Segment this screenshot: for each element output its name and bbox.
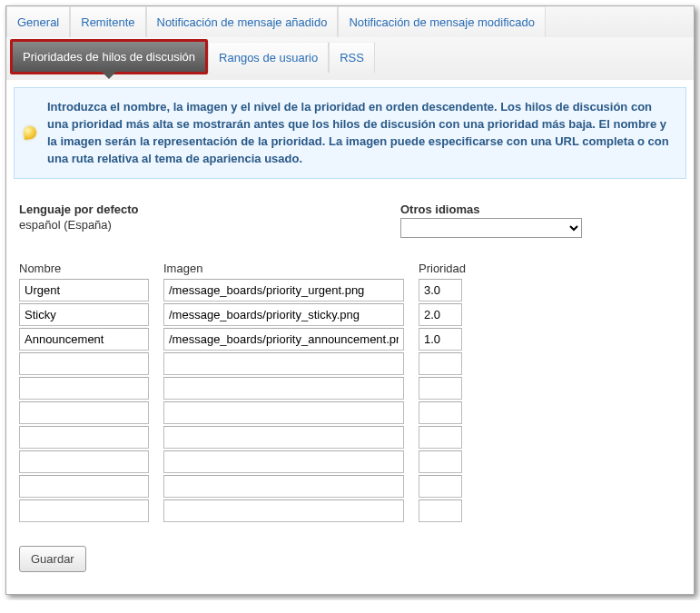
body-area: Lenguaje por defecto español (España) Ot… <box>6 193 694 581</box>
priority-input[interactable] <box>419 377 462 400</box>
priority-input[interactable] <box>419 279 462 302</box>
col-priority-header: Prioridad <box>419 262 466 275</box>
name-input[interactable] <box>19 450 149 473</box>
default-language-value: español (España) <box>19 218 346 232</box>
tab-remitente[interactable]: Remitente <box>70 6 145 37</box>
other-languages-block: Otros idiomas <box>400 203 582 238</box>
default-language-block: Lenguaje por defecto español (España) <box>19 203 346 238</box>
idea-icon <box>23 125 37 140</box>
priority-input[interactable] <box>419 303 462 326</box>
name-input[interactable] <box>19 401 149 424</box>
name-input[interactable] <box>19 377 149 400</box>
save-button[interactable]: Guardar <box>19 546 86 572</box>
other-languages-select[interactable] <box>400 218 582 238</box>
info-box: Introduzca el nombre, la imagen y el niv… <box>14 87 686 179</box>
image-input[interactable] <box>163 352 404 375</box>
name-input[interactable] <box>19 279 149 302</box>
image-input[interactable] <box>163 328 404 351</box>
name-input[interactable] <box>19 303 149 326</box>
priority-columns: Nombre Imagen Prioridad <box>19 262 681 524</box>
name-input[interactable] <box>19 328 149 351</box>
info-text: Introduzca el nombre, la imagen y el niv… <box>47 100 669 165</box>
tab-general[interactable]: General <box>6 6 70 37</box>
col-priority: Prioridad <box>419 262 466 524</box>
col-image: Imagen <box>163 262 404 524</box>
image-input[interactable] <box>163 303 404 326</box>
col-image-header: Imagen <box>163 262 404 275</box>
priority-input[interactable] <box>419 328 462 351</box>
image-input[interactable] <box>163 279 404 302</box>
image-input[interactable] <box>163 401 404 424</box>
priority-input[interactable] <box>419 401 462 424</box>
other-languages-label: Otros idiomas <box>400 203 582 216</box>
priority-input[interactable] <box>419 450 462 473</box>
col-name: Nombre <box>19 262 149 524</box>
name-input[interactable] <box>19 499 149 522</box>
priority-input[interactable] <box>419 499 462 522</box>
tab-notif-mod[interactable]: Notificación de mensaje modificado <box>338 6 546 37</box>
tab-notif-add[interactable]: Notificación de mensaje añadido <box>146 6 339 37</box>
tabs-row-2: Prioridades de hilos de discusión Rangos… <box>6 37 694 80</box>
default-language-label: Lenguaje por defecto <box>19 203 346 216</box>
name-input[interactable] <box>19 475 149 498</box>
tabs-row-1: General Remitente Notificación de mensaj… <box>6 6 694 37</box>
name-input[interactable] <box>19 426 149 449</box>
priority-input[interactable] <box>419 426 462 449</box>
language-row: Lenguaje por defecto español (España) Ot… <box>19 203 681 238</box>
tab-rss[interactable]: RSS <box>329 42 375 73</box>
col-name-header: Nombre <box>19 262 149 275</box>
name-input[interactable] <box>19 352 149 375</box>
image-input[interactable] <box>163 475 404 498</box>
settings-panel: General Remitente Notificación de mensaj… <box>5 5 695 595</box>
highlight-box: Prioridades de hilos de discusión <box>10 39 208 74</box>
tab-rangos[interactable]: Rangos de usuario <box>208 42 329 73</box>
image-input[interactable] <box>163 426 404 449</box>
image-input[interactable] <box>163 450 404 473</box>
image-input[interactable] <box>163 499 404 522</box>
priority-input[interactable] <box>419 352 462 375</box>
image-input[interactable] <box>163 377 404 400</box>
tab-priorities[interactable]: Prioridades de hilos de discusión <box>13 42 205 72</box>
priority-input[interactable] <box>419 475 462 498</box>
